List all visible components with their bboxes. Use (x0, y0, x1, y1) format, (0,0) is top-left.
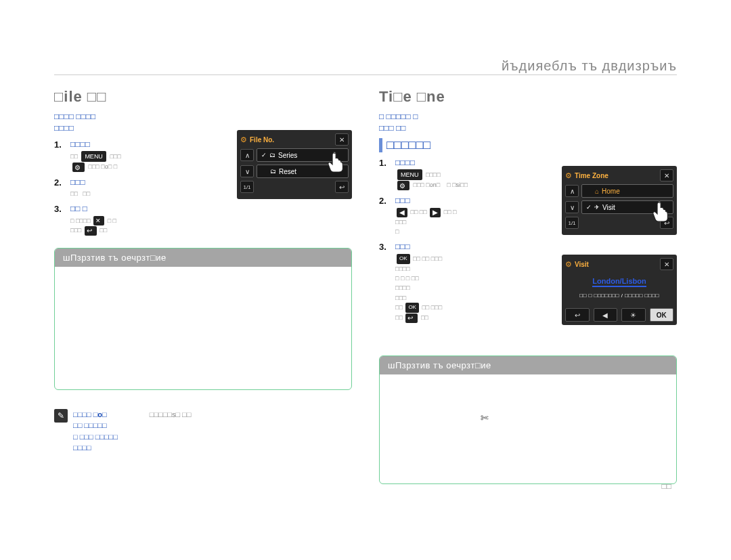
prev-button[interactable]: ◀ (594, 308, 618, 322)
ok-icon: OK (397, 254, 410, 264)
check-icon: ✓ (586, 204, 592, 211)
close-button[interactable]: ✕ (660, 169, 673, 181)
panel-title: Time Zone (575, 172, 608, 179)
ui-fileno-panel: ⚙ File No. ✕ ∧ ✓ 🗂 Series ∨ � (237, 130, 352, 199)
gear-icon: ⚙ (72, 163, 85, 172)
close-button[interactable]: ✕ (660, 258, 673, 270)
plane-icon: ✈ (594, 204, 600, 211)
close-icon (93, 216, 104, 225)
page-chapter: йъдияеблъ тъ двдизръиъ (502, 58, 677, 74)
right-arrow-icon: ▶ (430, 208, 441, 217)
intro-right: □ □□□□□ □□□□ □□ (379, 111, 677, 134)
scissor-icon: ✄ (481, 412, 489, 423)
section-title-timezone: Ti□e □ne (379, 88, 677, 106)
right-column: Ti□e □ne □ □□□□□ □□□□ □□ □□□□□□ 1. □□□□ … (379, 88, 677, 484)
sub-box-header: шПзрзтив тъ оечрзт□ие (380, 356, 676, 374)
menu-icon: MENU (397, 169, 422, 180)
note-left: ✎ □□□□ □o□ □□□□□s□ □□ □□ □□□□□ □ □□□ □□□… (54, 409, 352, 454)
return-icon (405, 314, 418, 323)
back-button[interactable]: ↩ (335, 181, 349, 193)
step-3: 3. □□ □ □ □□□□ □ □ □□□ □□ (54, 202, 352, 235)
ui-timezone-panel: ⚙ Time Zone ✕ ∧ ⌂ Home ∨ ✓ ✈ (562, 166, 677, 235)
back-button[interactable]: ↩ (565, 308, 590, 322)
gear-icon: ⚙ (565, 171, 572, 180)
dst-button[interactable]: ☀ (621, 308, 646, 322)
page-indicator: 1/1 (240, 181, 254, 193)
gear-icon: ⚙ (397, 181, 409, 190)
ok-icon: OK (405, 303, 419, 313)
up-button[interactable]: ∧ (240, 149, 254, 161)
home-icon: ⌂ (595, 188, 599, 195)
check-icon: ✓ (261, 152, 267, 158)
section-title-file: □ile □□ (54, 88, 352, 106)
gear-icon: ⚙ (240, 135, 247, 144)
down-button[interactable]: ∨ (240, 165, 254, 177)
left-arrow-icon: ◀ (397, 208, 407, 217)
city-label: London/Lisbon (592, 277, 646, 287)
ok-button[interactable]: OK (650, 308, 674, 322)
page-number: □□ (662, 481, 672, 491)
date-label: □□ □ □□□□□□□ / □□□□□ □□□□ (567, 293, 672, 299)
up-button[interactable]: ∧ (565, 185, 579, 197)
back-button[interactable]: ↩ (660, 217, 673, 229)
sub-box-header: шПзрзтив тъ оечрзт□ие (55, 249, 351, 267)
sub-elements-box-right: шПзрзтив тъ оечрзт□ие (379, 356, 677, 484)
return-icon (85, 226, 97, 236)
left-column: □ile □□ □□□□ □□□□□□□□ 1. □□□□ □□ MENU □□… (54, 88, 352, 484)
ui-visit-panel: ⚙ Visit ✕ London/Lisbon □□ □ □□□□□□□ / □… (562, 255, 677, 325)
sub-elements-box-left: шПзрзтив тъ оечрзт□ие (54, 248, 352, 390)
panel-title: Visit (575, 261, 589, 268)
menu-item-home[interactable]: ⌂ Home (581, 184, 673, 198)
menu-item-series[interactable]: ✓ 🗂 Series (257, 148, 349, 162)
close-button[interactable]: ✕ (335, 133, 349, 146)
page-indicator: 1/1 (565, 217, 579, 229)
menu-item-visit[interactable]: ✓ ✈ Visit (581, 200, 673, 214)
down-button[interactable]: ∨ (565, 201, 579, 213)
menu-item-reset[interactable]: 🗂 Reset (257, 165, 349, 178)
note-icon: ✎ (54, 409, 68, 423)
panel-title: File No. (250, 136, 274, 144)
sub-title: □□□□□□ (379, 138, 677, 152)
gear-icon: ⚙ (565, 260, 572, 269)
menu-icon: MENU (81, 151, 106, 162)
divider (54, 74, 677, 75)
